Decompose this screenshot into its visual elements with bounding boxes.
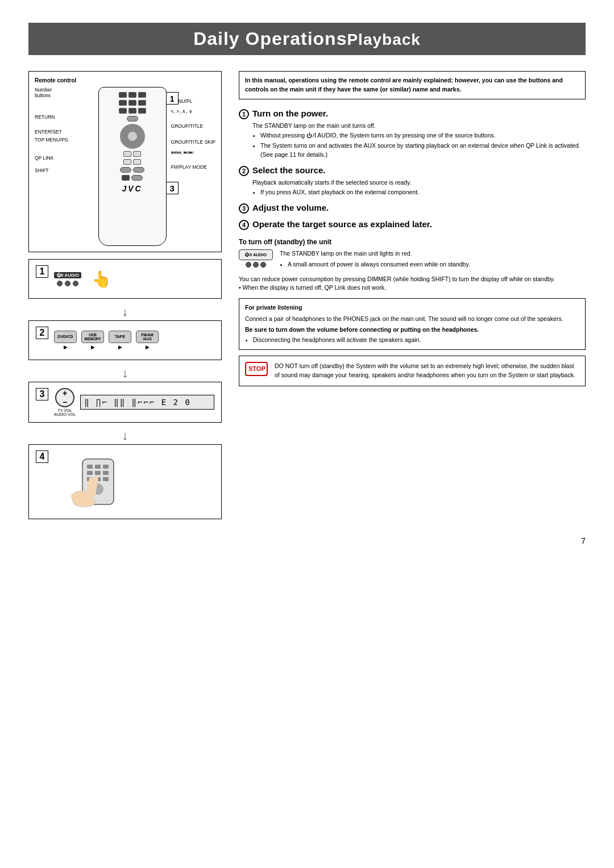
step-3-section: 3 Adjust the volume. <box>239 203 586 214</box>
btn-3 <box>138 92 146 98</box>
usb-btn: USBMEMORY ▶ <box>81 331 104 350</box>
svg-rect-4 <box>87 471 93 475</box>
standby-bullets: A small amount of power is always consum… <box>280 260 470 269</box>
page-number: 7 <box>28 536 586 545</box>
private-text: Connect a pair of headphones to the PHON… <box>245 315 579 324</box>
standby-bullet: A small amount of power is always consum… <box>288 260 470 269</box>
step-1-section: 1 Turn on the power. The STANDBY lamp on… <box>239 108 586 160</box>
jvc-logo: JVC <box>102 184 163 193</box>
step-2-body-text: Playback automatically starts if the sel… <box>252 178 586 187</box>
qplink-row <box>102 167 163 173</box>
play-btn <box>133 151 141 157</box>
step-4-section: 4 Operate the target source as explained… <box>239 219 586 230</box>
right-column: In this manual, operations using the rem… <box>239 71 586 525</box>
step-badge-3: 3 <box>166 182 179 194</box>
arrow-down-3: ↓ <box>28 428 222 443</box>
step-3-header: 3 Adjust the volume. <box>239 203 586 214</box>
standby-section: To turn off (standby) the unit ⏻/I AUDIO… <box>239 238 586 269</box>
remote-box-label: Remote control <box>35 77 215 84</box>
label-fm-play-mode: FM/PLAY MODE <box>171 164 215 170</box>
label-number-buttons: Numberbuttons <box>35 87 94 98</box>
private-title: For private listening <box>245 303 579 312</box>
standby-icon-body: ⏻/I AUDIO <box>239 249 273 260</box>
vol-label-tv: TV VOLAUDIO VOL <box>54 408 76 416</box>
step-1-bullet-2: The System turns on and activates the AU… <box>260 141 586 160</box>
diagram-step-1-box: 1 ⏻/I AUDIO 👆 <box>28 259 222 299</box>
btn-6 <box>138 100 146 106</box>
remote-body-wrapper: JVC 1 3 <box>98 87 167 246</box>
hand-remote-svg <box>60 456 151 507</box>
btn-9 <box>138 108 146 114</box>
btn-5 <box>128 100 136 106</box>
arrow-down-1: ↓ <box>28 304 222 319</box>
tape-btn: TAPE ▶ <box>109 331 131 350</box>
svg-rect-5 <box>95 471 101 475</box>
skip-controls <box>102 159 163 165</box>
shift-btn <box>122 175 130 181</box>
svg-rect-3 <box>103 465 109 469</box>
volume-area: +− TV VOLAUDIO VOL ‖ ∏⌐ ‖‖ ‖⌐⌐⌐ E 2 0 <box>54 388 214 416</box>
diagram-step-3-box: 3 +− TV VOLAUDIO VOL ‖ ∏⌐ ‖‖ ‖⌐⌐⌐ E 2 0 <box>28 382 222 423</box>
finger-icon-1: 👆 <box>92 270 111 289</box>
return-row <box>102 116 163 122</box>
dot-3 <box>73 281 78 286</box>
label-group-title-skip: GROUP/TITLE SKIP <box>171 139 215 145</box>
tape-label: TAPE <box>109 331 131 343</box>
page-title-main: Daily Operations <box>193 28 347 49</box>
step-1-header: 1 Turn on the power. <box>239 108 586 119</box>
btn-1 <box>119 92 127 98</box>
main-layout: Remote control Numberbuttons RETURN ENTE… <box>28 71 586 525</box>
private-bold: Be sure to turn down the volume before c… <box>245 326 479 333</box>
remote-diagram: Numberbuttons RETURN ENTER/SET TOP MENU/… <box>35 87 215 246</box>
standby-text: The STANDBY lamp on the main unit lights… <box>280 249 470 269</box>
audio-dots <box>57 281 78 286</box>
standby-inner: ⏻/I AUDIO The STANDBY lamp on the main u… <box>239 249 586 269</box>
vol-knob-wrap: +− TV VOLAUDIO VOL <box>54 388 76 416</box>
play-controls <box>102 151 163 157</box>
step-4-circle: 4 <box>239 220 249 230</box>
diagram-step-2-box: 2 DVD/CD ▶ USBMEMORY ▶ TAPE ▶ FM/AM/AUX … <box>28 320 222 360</box>
qplink-btn <box>120 167 131 173</box>
step-1-circle: 1 <box>239 109 249 119</box>
usb-label: USBMEMORY <box>81 331 104 343</box>
btn-4 <box>119 100 127 106</box>
source-buttons-area: DVD/CD ▶ USBMEMORY ▶ TAPE ▶ FM/AM/AUX ▶ <box>54 331 159 350</box>
page-title-sub: Playback <box>347 31 420 48</box>
private-bold-text: Be sure to turn down the volume before c… <box>245 326 579 335</box>
standby-title: To turn off (standby) the unit <box>239 238 586 246</box>
return-btn <box>127 116 138 122</box>
step-1-bullet-1: Without pressing ⏻/I AUDIO, the System t… <box>260 131 586 140</box>
extra-btn <box>131 175 143 181</box>
svg-rect-2 <box>95 465 101 469</box>
page-title-bar: Daily OperationsPlayback <box>28 23 586 55</box>
fmam-label: FM/AM/AUX <box>136 331 159 343</box>
diagram-step-3-num: 3 <box>36 388 48 400</box>
step-badge-1: 1 <box>166 92 179 105</box>
diagram-step-2-num: 2 <box>36 327 48 339</box>
step-1-bullets: Without pressing ⏻/I AUDIO, the System t… <box>252 131 586 159</box>
standby-text-1: The STANDBY lamp on the main unit lights… <box>280 249 470 258</box>
audio-button-area: ⏻/I AUDIO <box>54 272 81 286</box>
step-4-title: Operate the target source as explained l… <box>252 219 432 229</box>
dpad <box>120 124 145 149</box>
arrow-down-2: ↓ <box>28 366 222 381</box>
stop-icon-area: STOP <box>245 362 268 376</box>
dvdcd-btn: DVD/CD ▶ <box>54 331 77 350</box>
step-2-bullets: If you press AUX, start playback on the … <box>252 188 586 197</box>
btn-8 <box>128 108 136 114</box>
num-buttons-row2 <box>102 100 163 106</box>
label-skip-arrows: ⏮⏮, ⏭⏭ <box>171 149 215 155</box>
step-1-body: The STANDBY lamp on the main unit turns … <box>239 122 586 160</box>
dvdcd-label: DVD/CD <box>54 331 77 343</box>
private-bullet: Disconnecting the headphones will activa… <box>253 336 579 345</box>
step-3-title: Adjust the volume. <box>252 203 329 212</box>
svg-rect-9 <box>103 477 109 481</box>
stop-box: STOP DO NOT turn off (standby) the Syste… <box>239 356 586 386</box>
private-bullets: Disconnecting the headphones will activa… <box>245 336 579 345</box>
step-2-body: Playback automatically starts if the sel… <box>239 178 586 198</box>
step-2-bullet-1: If you press AUX, start playback on the … <box>260 188 586 197</box>
num-buttons-row1 <box>102 92 163 98</box>
stop-text: DO NOT turn off (standby) the System wit… <box>275 362 579 380</box>
pause-btn <box>123 151 131 157</box>
label-shift: SHIFT <box>35 168 94 173</box>
